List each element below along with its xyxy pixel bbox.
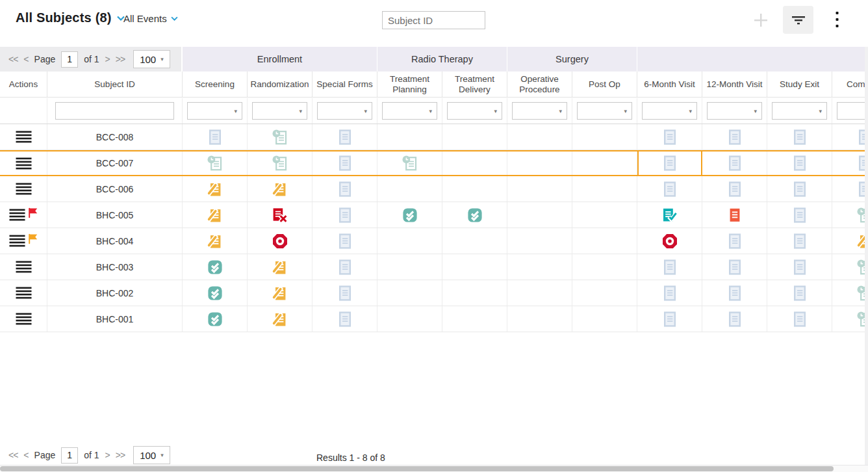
event-stopped-icon[interactable]	[661, 233, 678, 250]
form-pending-icon[interactable]	[272, 129, 288, 146]
column-header-treatment-planning[interactable]: Treatment Planning	[377, 72, 442, 97]
form-not-started-icon[interactable]	[791, 207, 808, 224]
subjects-dropdown[interactable]: All Subjects (8)	[16, 10, 125, 25]
form-not-started-icon[interactable]	[791, 285, 808, 302]
column-header-subject-id[interactable]: Subject ID	[47, 72, 183, 97]
pagination-top-page-size-select[interactable]: 100▾	[133, 50, 170, 68]
form-not-started-icon[interactable]	[337, 155, 353, 172]
subject-id-search-input[interactable]	[382, 11, 485, 29]
pagination-bottom-page-size-select[interactable]: 100▾	[133, 446, 170, 464]
form-not-started-icon[interactable]	[791, 233, 808, 250]
event-completed-icon[interactable]	[466, 207, 483, 224]
filter-6-month-visit-dropdown[interactable]: ▾	[642, 102, 697, 120]
column-header-treatment-delivery[interactable]: Treatment Delivery	[442, 72, 507, 97]
column-header-study-exit[interactable]: Study Exit	[767, 72, 832, 97]
form-not-started-icon[interactable]	[661, 311, 678, 328]
pagination-top-prev-page-button[interactable]: <	[23, 54, 28, 64]
column-header-randomization[interactable]: Randomization	[248, 72, 313, 97]
column-header-12-month-visit[interactable]: 12-Month Visit	[702, 72, 767, 97]
form-pending-icon[interactable]	[402, 155, 418, 172]
form-not-started-icon[interactable]	[661, 259, 678, 276]
form-not-started-icon[interactable]	[337, 285, 353, 302]
filter-special-forms-dropdown[interactable]: ▾	[317, 102, 372, 120]
pagination-top-last-page-button[interactable]: >>	[116, 54, 125, 64]
column-header-special-forms[interactable]: Special Forms	[313, 72, 377, 97]
form-not-started-icon[interactable]	[726, 233, 743, 250]
form-not-started-icon[interactable]	[726, 129, 743, 146]
filter-treatment-delivery-dropdown[interactable]: ▾	[447, 102, 502, 120]
form-not-started-icon[interactable]	[791, 181, 808, 198]
add-subject-button[interactable]	[751, 10, 771, 30]
form-not-started-icon[interactable]	[726, 259, 743, 276]
form-in-progress-icon[interactable]	[207, 181, 223, 198]
form-attention-icon[interactable]	[726, 207, 743, 224]
column-header-common[interactable]: Common	[832, 72, 868, 97]
event-stopped-icon[interactable]	[272, 233, 288, 250]
row-actions-menu-button[interactable]	[16, 261, 32, 273]
filter-button[interactable]	[783, 6, 813, 34]
column-header-6-month-visit[interactable]: 6-Month Visit	[637, 72, 702, 97]
filter-treatment-planning-dropdown[interactable]: ▾	[382, 102, 437, 120]
form-not-started-icon[interactable]	[726, 155, 743, 172]
pagination-bottom-first-page-button[interactable]: <<	[8, 450, 18, 460]
pagination-bottom-next-page-button[interactable]: >	[105, 450, 110, 460]
filter-screening-dropdown[interactable]: ▾	[187, 102, 242, 120]
form-in-progress-icon[interactable]	[207, 233, 223, 250]
event-completed-icon[interactable]	[207, 311, 223, 328]
form-in-progress-icon[interactable]	[272, 181, 288, 198]
row-actions-menu-button[interactable]	[9, 209, 25, 221]
form-not-started-icon[interactable]	[661, 129, 678, 146]
subject-id-cell[interactable]: BCC-006	[47, 176, 183, 202]
form-not-started-icon[interactable]	[791, 129, 808, 146]
row-actions-menu-button[interactable]	[16, 131, 32, 143]
form-not-started-icon[interactable]	[337, 259, 353, 276]
subject-id-cell[interactable]: BHC-005	[47, 202, 183, 228]
column-header-screening[interactable]: Screening	[183, 72, 248, 97]
event-completed-icon[interactable]	[207, 285, 223, 302]
form-rejected-icon[interactable]	[271, 207, 288, 224]
events-filter-dropdown[interactable]: All Events	[123, 13, 178, 24]
form-not-started-icon[interactable]	[661, 155, 678, 172]
row-actions-menu-button[interactable]	[16, 183, 32, 195]
form-in-progress-icon[interactable]	[272, 311, 288, 328]
pagination-bottom-last-page-button[interactable]: >>	[116, 450, 125, 460]
filter-subject-id-input[interactable]	[55, 102, 173, 120]
row-actions-menu-button[interactable]	[16, 287, 32, 299]
filter-common-dropdown[interactable]: ▾	[837, 102, 868, 120]
form-not-started-icon[interactable]	[337, 311, 353, 328]
pagination-top-page-input[interactable]	[61, 51, 78, 68]
form-in-progress-icon[interactable]	[207, 207, 223, 224]
filter-operative-procedure-dropdown[interactable]: ▾	[512, 102, 567, 120]
pagination-top-first-page-button[interactable]: <<	[8, 54, 18, 64]
column-header-operative-procedure[interactable]: Operative Procedure	[507, 72, 572, 97]
filter-post-op-dropdown[interactable]: ▾	[577, 102, 632, 120]
subject-id-cell[interactable]: BCC-007	[47, 151, 183, 175]
form-not-started-icon[interactable]	[791, 311, 808, 328]
form-not-started-icon[interactable]	[726, 311, 743, 328]
column-header-actions[interactable]: Actions	[0, 72, 47, 97]
event-completed-icon[interactable]	[402, 207, 418, 224]
form-pending-icon[interactable]	[207, 155, 223, 172]
vertical-scrollbar[interactable]	[865, 47, 868, 465]
form-not-started-icon[interactable]	[337, 129, 353, 146]
form-not-started-icon[interactable]	[207, 129, 223, 146]
form-not-started-icon[interactable]	[337, 181, 353, 198]
form-verified-icon[interactable]	[661, 207, 678, 224]
form-in-progress-icon[interactable]	[272, 259, 288, 276]
pagination-bottom-prev-page-button[interactable]: <	[23, 450, 28, 460]
subject-id-cell[interactable]: BHC-001	[47, 306, 183, 332]
subject-id-cell[interactable]: BHC-002	[47, 280, 183, 306]
form-not-started-icon[interactable]	[791, 155, 808, 172]
row-actions-menu-button[interactable]	[16, 157, 32, 170]
form-not-started-icon[interactable]	[661, 181, 678, 198]
subject-id-cell[interactable]: BHC-003	[47, 254, 183, 280]
column-header-post-op[interactable]: Post Op	[572, 72, 637, 97]
event-completed-icon[interactable]	[207, 259, 223, 276]
subject-id-cell[interactable]: BCC-008	[47, 124, 183, 150]
form-not-started-icon[interactable]	[726, 181, 743, 198]
more-options-button[interactable]	[829, 9, 845, 31]
horizontal-scrollbar-thumb[interactable]	[0, 466, 834, 471]
horizontal-scrollbar[interactable]	[0, 465, 868, 472]
form-in-progress-icon[interactable]	[272, 285, 288, 302]
row-actions-menu-button[interactable]	[16, 313, 32, 325]
